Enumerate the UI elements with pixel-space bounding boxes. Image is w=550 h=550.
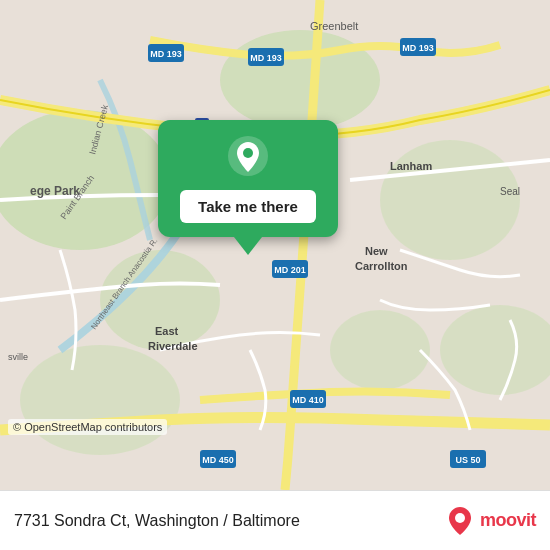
svg-text:MD 201: MD 201 bbox=[274, 265, 306, 275]
address-text: 7731 Sondra Ct, Washington / Baltimore bbox=[14, 512, 300, 530]
svg-text:Greenbelt: Greenbelt bbox=[310, 20, 358, 32]
svg-text:Riverdale: Riverdale bbox=[148, 340, 198, 352]
moovit-logo: moovit bbox=[444, 505, 536, 537]
svg-point-5 bbox=[330, 310, 430, 390]
svg-point-4 bbox=[380, 140, 520, 260]
svg-text:East: East bbox=[155, 325, 179, 337]
popup-bubble: Take me there bbox=[158, 120, 338, 237]
svg-text:MD 410: MD 410 bbox=[292, 395, 324, 405]
svg-point-6 bbox=[20, 345, 180, 455]
svg-text:MD 193: MD 193 bbox=[150, 49, 182, 59]
svg-point-37 bbox=[243, 148, 253, 158]
popup-tail bbox=[234, 237, 262, 255]
svg-point-38 bbox=[455, 513, 465, 523]
location-popup: Take me there bbox=[148, 120, 348, 255]
svg-text:Lanham: Lanham bbox=[390, 160, 432, 172]
svg-text:MD 450: MD 450 bbox=[202, 455, 234, 465]
svg-text:MD 193: MD 193 bbox=[402, 43, 434, 53]
svg-text:US 50: US 50 bbox=[455, 455, 480, 465]
map-attribution: © OpenStreetMap contributors bbox=[8, 419, 167, 435]
moovit-brand-name: moovit bbox=[480, 510, 536, 531]
map-view: MD 193 MD 193 MD 193 MD 201 MD 410 US 50… bbox=[0, 0, 550, 490]
take-me-there-button[interactable]: Take me there bbox=[180, 190, 316, 223]
svg-text:New: New bbox=[365, 245, 388, 257]
svg-text:MD 193: MD 193 bbox=[250, 53, 282, 63]
svg-text:Seal: Seal bbox=[500, 186, 520, 197]
footer-bar: 7731 Sondra Ct, Washington / Baltimore m… bbox=[0, 490, 550, 550]
location-pin-icon bbox=[226, 134, 270, 178]
moovit-icon bbox=[444, 505, 476, 537]
svg-text:sville: sville bbox=[8, 352, 28, 362]
svg-text:Carrollton: Carrollton bbox=[355, 260, 408, 272]
